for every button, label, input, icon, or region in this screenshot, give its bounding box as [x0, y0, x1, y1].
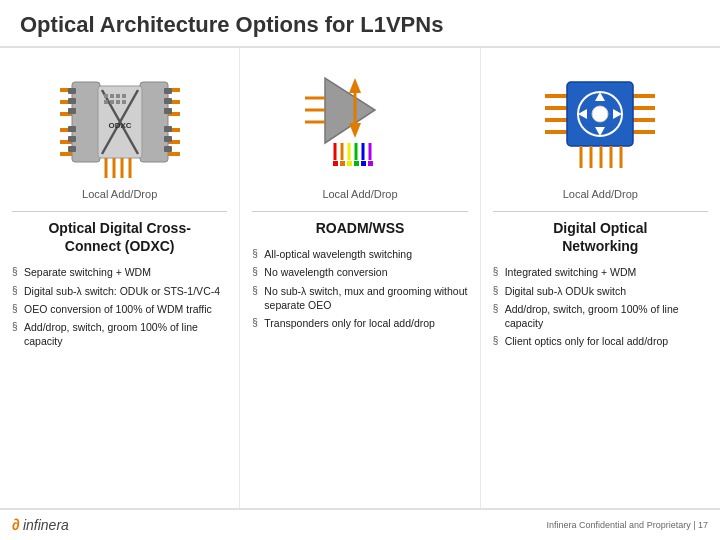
- svg-rect-53: [340, 161, 345, 166]
- slide-title: Optical Architecture Options for L1VPNs: [20, 12, 443, 37]
- svg-rect-37: [122, 100, 126, 104]
- svg-rect-15: [68, 108, 76, 114]
- odxc-col-title: Optical Digital Cross- Connect (ODXC): [48, 219, 190, 255]
- list-item: Digital sub-λ ODUk switch: [493, 282, 708, 300]
- list-item: OEO conversion of 100% of WDM traffic: [12, 300, 227, 318]
- svg-rect-36: [116, 100, 120, 104]
- don-col-title: Digital Optical Networking: [553, 219, 647, 255]
- svg-rect-17: [68, 136, 76, 142]
- svg-rect-54: [347, 161, 352, 166]
- roadm-bullet-list: All-optical wavelength switching No wave…: [252, 245, 467, 332]
- svg-marker-43: [349, 78, 361, 93]
- odxc-add-drop-label: Local Add/Drop: [82, 188, 157, 200]
- svg-rect-13: [68, 88, 76, 94]
- list-item: Separate switching + WDM: [12, 263, 227, 281]
- odxc-bullet-list: Separate switching + WDM Digital sub-λ s…: [12, 263, 227, 350]
- logo-text: infinera: [23, 517, 69, 533]
- odxc-diagram: ODXC: [12, 58, 227, 188]
- roadm-diagram: [252, 58, 467, 188]
- svg-rect-31: [110, 94, 114, 98]
- list-item: Client optics only for local add/drop: [493, 332, 708, 350]
- svg-rect-25: [164, 146, 172, 152]
- list-item: Integrated switching + WDM: [493, 263, 708, 281]
- list-item: Transponders only for local add/drop: [252, 314, 467, 332]
- content-area: ODXC Local Add/Drop: [0, 48, 720, 508]
- svg-rect-34: [104, 100, 108, 104]
- svg-rect-33: [122, 94, 126, 98]
- svg-rect-21: [164, 98, 172, 104]
- roadm-col-title: ROADM/WSS: [316, 219, 405, 237]
- svg-rect-14: [68, 98, 76, 104]
- roadm-divider: [252, 211, 467, 212]
- list-item: No sub-λ switch, mux and grooming withou…: [252, 282, 467, 314]
- column-roadm: Local Add/Drop ROADM/WSS All-optical wav…: [240, 48, 480, 508]
- svg-rect-20: [164, 88, 172, 94]
- svg-rect-35: [110, 100, 114, 104]
- svg-text:ODXC: ODXC: [108, 121, 131, 130]
- odxc-divider: [12, 211, 227, 212]
- svg-marker-42: [325, 78, 375, 143]
- title-bar: Optical Architecture Options for L1VPNs: [0, 0, 720, 48]
- svg-rect-16: [68, 126, 76, 132]
- don-divider: [493, 211, 708, 212]
- list-item: Add/drop, switch, groom 100% of line cap…: [493, 300, 708, 332]
- svg-rect-19: [140, 82, 168, 162]
- don-add-drop-label: Local Add/Drop: [563, 188, 638, 200]
- roadm-add-drop-label: Local Add/Drop: [322, 188, 397, 200]
- svg-rect-22: [164, 108, 172, 114]
- svg-rect-56: [361, 161, 366, 166]
- list-item: Digital sub-λ switch: ODUk or STS-1/VC-4: [12, 282, 227, 300]
- svg-marker-44: [349, 123, 361, 138]
- column-odxc: ODXC Local Add/Drop: [0, 48, 240, 508]
- svg-rect-52: [333, 161, 338, 166]
- svg-rect-30: [104, 94, 108, 98]
- slide: Optical Architecture Options for L1VPNs: [0, 0, 720, 540]
- logo-symbol: ∂: [12, 516, 20, 534]
- svg-rect-57: [368, 161, 373, 166]
- svg-rect-24: [164, 136, 172, 142]
- footer-copyright: Infinera Confidential and Proprietary | …: [547, 520, 708, 530]
- svg-rect-55: [354, 161, 359, 166]
- list-item: No wavelength conversion: [252, 263, 467, 281]
- svg-rect-18: [68, 146, 76, 152]
- list-item: All-optical wavelength switching: [252, 245, 467, 263]
- don-diagram: [493, 58, 708, 188]
- svg-rect-23: [164, 126, 172, 132]
- column-don: Local Add/Drop Digital Optical Networkin…: [481, 48, 720, 508]
- svg-point-71: [592, 106, 608, 122]
- footer-logo: ∂ infinera: [12, 516, 69, 534]
- svg-rect-12: [72, 82, 100, 162]
- don-bullet-list: Integrated switching + WDM Digital sub-λ…: [493, 263, 708, 350]
- svg-rect-32: [116, 94, 120, 98]
- list-item: Add/drop, switch, groom 100% of line cap…: [12, 318, 227, 350]
- footer: ∂ infinera Infinera Confidential and Pro…: [0, 508, 720, 540]
